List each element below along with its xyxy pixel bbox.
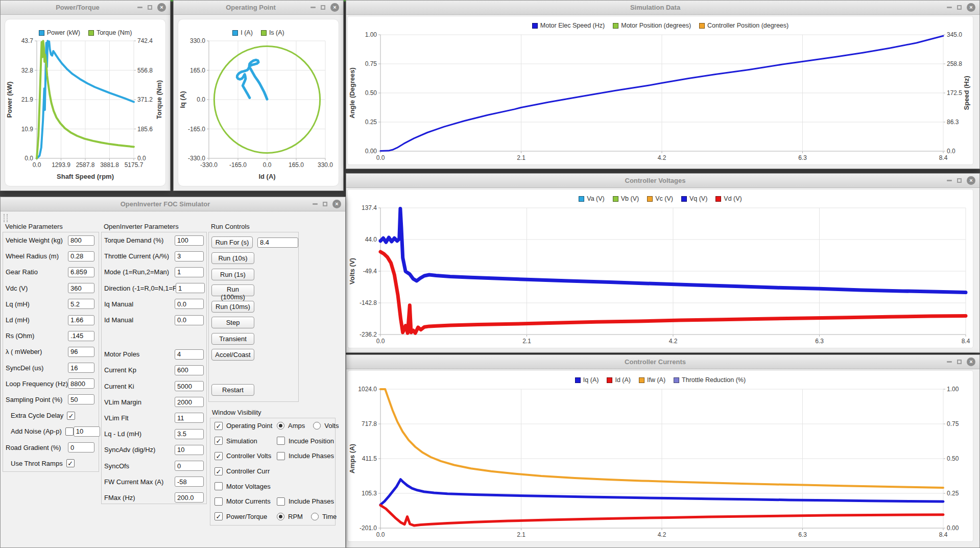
input-syncadv-dig-hz[interactable] — [175, 445, 204, 455]
run-1s-button[interactable]: Run (1s) — [211, 269, 254, 280]
input-syncofs[interactable] — [175, 461, 204, 471]
input-iq-manual[interactable] — [175, 299, 204, 309]
legend-vc-v[interactable]: Vc (V) — [647, 195, 673, 202]
input-ld-mh[interactable] — [68, 315, 94, 325]
minimize-icon[interactable] — [947, 7, 952, 8]
restore-icon[interactable] — [321, 5, 325, 10]
input-fmax-hz[interactable] — [175, 492, 204, 503]
input-current-kp[interactable] — [175, 365, 204, 375]
input-lq-ld-mh[interactable] — [175, 429, 204, 439]
legend-i-a[interactable]: I (A) — [232, 29, 253, 36]
close-icon[interactable]: × — [157, 3, 166, 12]
input-throttle-current-a[interactable] — [175, 251, 204, 261]
checkbox[interactable]: ✓ — [214, 452, 223, 460]
legend-motor-elec-speed-hz[interactable]: Motor Elec Speed (Hz) — [532, 22, 605, 29]
parameter-row: SyncDel (us) — [3, 360, 99, 376]
input-road-gradient[interactable] — [68, 442, 94, 452]
input-id-manual[interactable] — [175, 315, 204, 325]
transient-button[interactable]: Transient — [211, 333, 254, 345]
close-icon[interactable]: × — [330, 3, 339, 12]
checkbox[interactable]: ✓ — [214, 512, 223, 520]
restore-icon[interactable] — [148, 5, 152, 10]
close-icon[interactable]: × — [967, 3, 975, 12]
checkbox[interactable] — [214, 482, 223, 490]
titlebar[interactable]: Power/Torque × — [1, 1, 170, 15]
restore-icon[interactable] — [957, 360, 962, 364]
checkbox[interactable]: ✓ — [66, 459, 75, 467]
input-vdc-v[interactable] — [68, 283, 94, 293]
run-for-input[interactable] — [257, 237, 298, 248]
legend-is-a[interactable]: Is (A) — [261, 29, 284, 36]
checkbox[interactable]: ✓ — [67, 412, 75, 420]
checkbox[interactable]: ✓ — [214, 467, 223, 475]
close-icon[interactable]: × — [332, 200, 341, 208]
checkbox[interactable] — [277, 452, 285, 460]
input-mode-1-run-2-man[interactable] — [175, 267, 204, 277]
input-direction-1-r-0-n-1-f[interactable] — [176, 283, 205, 293]
input-fw-current-max-a[interactable] — [175, 476, 204, 487]
input-loop-frequency-hz[interactable] — [68, 378, 94, 389]
titlebar[interactable]: OpenInverter FOC Simulator × — [1, 197, 345, 211]
titlebar[interactable]: Controller Currents × — [346, 355, 979, 369]
toolbar-grip-icon[interactable] — [4, 214, 8, 222]
radio-button[interactable] — [311, 513, 319, 520]
minimize-icon[interactable] — [137, 7, 142, 8]
checkbox[interactable] — [65, 427, 74, 436]
legend-power-kw[interactable]: Power (kW) — [39, 29, 80, 36]
run-10s-button[interactable]: Run (10s) — [211, 252, 254, 264]
radio-button[interactable] — [277, 422, 284, 430]
input-vlim-margin[interactable] — [175, 397, 204, 407]
minimize-icon[interactable] — [947, 180, 952, 181]
legend-motor-position-degrees[interactable]: Motor Position (degrees) — [613, 22, 691, 29]
run-for-button[interactable]: Run For (s) — [211, 236, 253, 248]
legend-vq-v[interactable]: Vq (V) — [681, 195, 707, 202]
input-add-noise-ap-p[interactable] — [74, 426, 100, 437]
legend-throttle-reduction[interactable]: Throttle Reduction (%) — [674, 376, 746, 384]
legend-vb-v[interactable]: Vb (V) — [613, 195, 639, 202]
checkbox[interactable] — [277, 437, 285, 445]
close-icon[interactable]: × — [967, 358, 975, 366]
restore-icon[interactable] — [957, 5, 962, 10]
checkbox[interactable] — [277, 497, 285, 506]
checkbox[interactable]: ✓ — [214, 437, 223, 445]
input-rs-ohm[interactable] — [68, 331, 94, 341]
input-sampling-point[interactable] — [68, 394, 94, 404]
legend-iq-a[interactable]: Iq (A) — [575, 376, 599, 384]
input-gear-ratio[interactable] — [68, 267, 94, 277]
input-lq-mh[interactable] — [68, 299, 94, 309]
svg-text:1024.0: 1024.0 — [358, 386, 377, 393]
legend-id-a[interactable]: Id (A) — [607, 376, 631, 384]
minimize-icon[interactable] — [310, 7, 316, 8]
input-vlim-flt[interactable] — [175, 413, 204, 423]
input-wheel-radius-m[interactable] — [68, 251, 94, 261]
titlebar[interactable]: Controller Voltages × — [346, 174, 979, 188]
input-vehicle-weight-kg[interactable] — [68, 235, 94, 246]
restore-icon[interactable] — [323, 202, 327, 206]
input-syncdel-us[interactable] — [68, 363, 94, 373]
checkbox[interactable] — [214, 497, 223, 506]
input-torque-demand[interactable] — [175, 235, 204, 246]
legend-vd-v[interactable]: Vd (V) — [715, 195, 742, 202]
close-icon[interactable]: × — [967, 176, 975, 185]
input-current-ki[interactable] — [175, 381, 204, 391]
accel-coast-button[interactable]: Accel/Coast — [211, 349, 254, 361]
legend-ifw-a[interactable]: Ifw (A) — [639, 376, 665, 384]
restart-button[interactable]: Restart — [211, 384, 254, 396]
checkbox[interactable]: ✓ — [214, 422, 223, 430]
titlebar[interactable]: Operating Point × — [174, 1, 343, 15]
input-mweber[interactable] — [68, 347, 94, 357]
svg-text:0.00: 0.00 — [365, 148, 377, 155]
run-10ms-button[interactable]: Run (10ms) — [211, 301, 254, 313]
legend-va-v[interactable]: Va (V) — [579, 195, 605, 202]
legend-torque-nm[interactable]: Torque (Nm) — [88, 29, 132, 36]
titlebar[interactable]: Simulation Data × — [346, 1, 979, 15]
legend-controller-position-degrees[interactable]: Controller Position (degrees) — [699, 22, 788, 29]
radio-button[interactable] — [313, 422, 321, 430]
input-motor-poles[interactable] — [175, 349, 204, 360]
radio-button[interactable] — [277, 513, 284, 520]
step-button[interactable]: Step — [211, 317, 254, 328]
run-100ms-button[interactable]: Run (100ms) — [211, 284, 254, 296]
minimize-icon[interactable] — [313, 203, 318, 205]
restore-icon[interactable] — [957, 178, 962, 183]
minimize-icon[interactable] — [947, 361, 952, 363]
